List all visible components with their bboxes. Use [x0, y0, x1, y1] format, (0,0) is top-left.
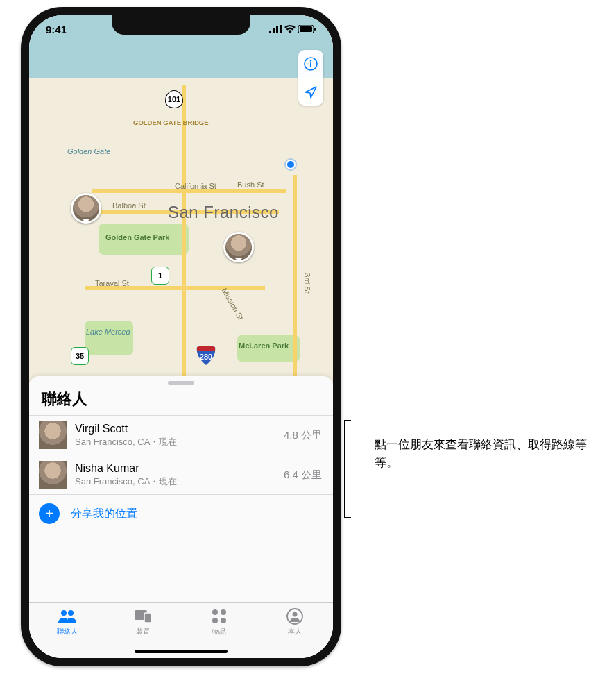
ca1-shield: 1	[151, 267, 169, 285]
svg-point-9	[310, 60, 311, 61]
callout-tick	[344, 517, 351, 518]
home-indicator[interactable]	[135, 650, 228, 653]
ggpark-label: Golden Gate Park	[105, 233, 169, 242]
road-3rd	[293, 175, 297, 376]
contact-row[interactable]: Virgil Scott San Francisco, CA・現在 4.8 公里	[29, 415, 333, 455]
tab-label: 裝置	[136, 627, 150, 636]
svg-rect-3	[280, 25, 282, 33]
battery-icon	[298, 24, 316, 35]
share-location-button[interactable]: + 分享我的位置	[29, 494, 333, 532]
contact-name: Virgil Scott	[75, 423, 284, 435]
svg-point-17	[212, 618, 218, 623]
merced-label: Lake Merced	[86, 328, 130, 336]
city-label: San Francisco	[168, 203, 279, 222]
tab-label: 聯絡人	[57, 627, 78, 636]
avatar	[39, 461, 67, 489]
map-controls	[298, 50, 323, 106]
us101-shield: 101	[165, 90, 183, 108]
map-view[interactable]: San Francisco GOLDEN GATE BRIDGE Golden …	[29, 15, 333, 404]
california-st-label: California St	[175, 182, 216, 190]
water-label: Golden Gate	[67, 147, 110, 155]
contact-distance: 6.4 公里	[284, 469, 322, 482]
sheet-title: 聯絡人	[29, 387, 333, 415]
callout-lead	[344, 464, 375, 464]
contact-distance: 4.8 公里	[284, 429, 322, 442]
svg-rect-6	[314, 28, 316, 31]
status-time: 9:41	[46, 24, 67, 35]
svg-rect-1	[273, 28, 275, 33]
tab-label: 物品	[212, 627, 226, 636]
tab-me[interactable]: 本人	[257, 607, 334, 658]
mclaren-label: McLaren Park	[239, 342, 289, 350]
lake-merced-area	[85, 321, 133, 355]
svg-rect-0	[269, 31, 271, 33]
taraval-label: Taraval St	[95, 279, 129, 287]
phone-frame: 9:41 San Francisco GOLDEN GATE BRIDGE Go…	[21, 7, 341, 666]
info-button[interactable]	[298, 50, 323, 78]
pin-nisha[interactable]	[71, 193, 101, 224]
current-location-dot	[286, 160, 296, 169]
contact-subtitle: San Francisco, CA・現在	[75, 475, 284, 488]
contact-subtitle: San Francisco, CA・現在	[75, 436, 284, 448]
contact-row[interactable]: Nisha Kumar San Francisco, CA・現在 6.4 公里	[29, 455, 333, 494]
notch	[112, 15, 250, 35]
share-location-label: 分享我的位置	[71, 507, 137, 521]
plus-icon: +	[39, 503, 60, 524]
svg-rect-10	[310, 62, 311, 67]
wifi-icon	[284, 24, 296, 35]
pin-virgil[interactable]	[223, 232, 254, 262]
i280-shield: 280	[196, 344, 216, 365]
callout-bracket	[344, 420, 376, 517]
bridge-label: GOLDEN GATE BRIDGE	[133, 119, 209, 126]
items-icon	[211, 607, 228, 625]
tab-label: 本人	[288, 627, 302, 636]
road-101	[182, 85, 186, 376]
third-st-label: 3rd St	[303, 273, 311, 293]
ca35-shield: 35	[71, 347, 89, 365]
callout-text: 點一位朋友來查看聯絡資訊、取得路線等等。	[375, 436, 597, 473]
person-icon	[286, 607, 303, 625]
callout-tick	[344, 420, 351, 421]
svg-text:280: 280	[200, 353, 212, 361]
contact-name: Nisha Kumar	[75, 462, 284, 475]
status-right	[269, 24, 316, 35]
tab-people[interactable]: 聯絡人	[29, 607, 105, 658]
sheet-grabber[interactable]	[168, 381, 194, 385]
balboa-st-label: Balboa St	[112, 201, 146, 210]
svg-rect-14	[144, 613, 151, 623]
cellular-icon	[269, 24, 282, 35]
svg-rect-5	[300, 26, 312, 32]
svg-point-11	[61, 610, 67, 616]
avatar	[39, 421, 67, 449]
svg-point-15	[212, 609, 218, 615]
locate-button[interactable]	[298, 78, 323, 106]
svg-rect-2	[276, 26, 278, 33]
devices-icon	[133, 607, 153, 625]
svg-point-18	[221, 618, 226, 623]
people-icon	[57, 607, 78, 625]
svg-point-20	[293, 612, 298, 617]
svg-point-16	[221, 609, 226, 615]
bush-st-label: Bush St	[237, 180, 264, 189]
svg-point-12	[68, 610, 74, 616]
